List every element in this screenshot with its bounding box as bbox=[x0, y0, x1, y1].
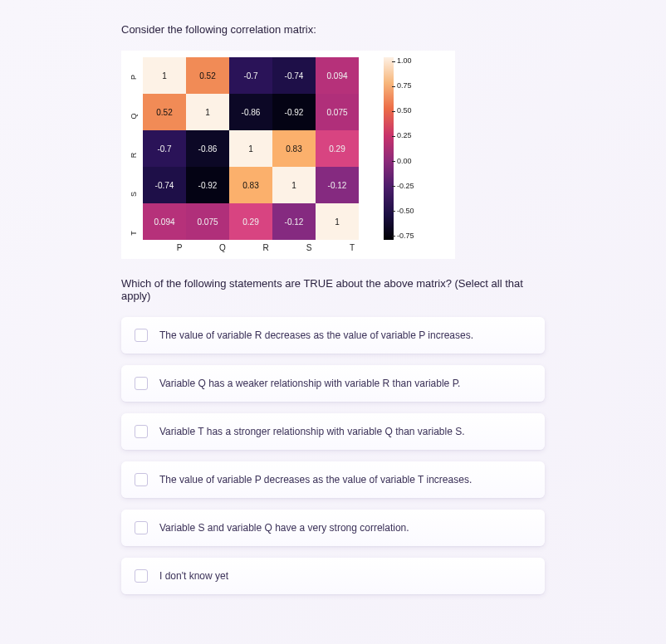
y-label: T bbox=[115, 227, 152, 239]
heatmap-cell: 0.83 bbox=[272, 130, 316, 167]
colorbar-tick: 0.00 bbox=[397, 158, 414, 165]
heatmap-cell: -0.92 bbox=[186, 167, 229, 203]
heatmap-cell: -0.7 bbox=[143, 130, 186, 167]
heatmap-cell: -0.86 bbox=[186, 130, 229, 167]
x-label: S bbox=[287, 243, 331, 252]
colorbar-tick: 0.75 bbox=[397, 82, 414, 90]
heatmap-cell: 1 bbox=[272, 167, 316, 203]
y-label: R bbox=[115, 149, 152, 161]
heatmap-cell: 0.29 bbox=[316, 130, 359, 167]
heatmap-y-labels: P Q R S T bbox=[128, 57, 140, 252]
checkbox-icon[interactable] bbox=[135, 377, 148, 390]
x-label: T bbox=[331, 243, 374, 252]
heatmap-grid: 10.52-0.7-0.740.0940.521-0.86-0.920.075-… bbox=[143, 57, 374, 240]
y-label: S bbox=[115, 188, 152, 200]
option-text: The value of variable R decreases as the… bbox=[159, 329, 473, 341]
colorbar-tick: -0.75 bbox=[397, 232, 414, 240]
checkbox-icon[interactable] bbox=[135, 473, 148, 486]
heatmap-cell: 0.83 bbox=[229, 167, 272, 203]
y-label: Q bbox=[115, 110, 152, 122]
option-text: Variable T has a stronger relationship w… bbox=[159, 426, 465, 437]
x-label: Q bbox=[201, 243, 244, 252]
heatmap-cell: -0.86 bbox=[229, 94, 272, 130]
checkbox-icon[interactable] bbox=[135, 329, 148, 342]
correlation-heatmap: P Q R S T 10.52-0.7-0.740.0940.521-0.86-… bbox=[121, 51, 455, 259]
colorbar-tick: -0.50 bbox=[397, 207, 414, 215]
colorbar-gradient bbox=[384, 57, 394, 240]
heatmap-cell: 0.075 bbox=[186, 203, 229, 240]
option-text: Variable S and variable Q have a very st… bbox=[159, 522, 409, 534]
answer-option[interactable]: Variable Q has a weaker relationship wit… bbox=[121, 365, 545, 402]
heatmap-cell: 0.52 bbox=[186, 57, 229, 94]
answer-option[interactable]: The value of variable P decreases as the… bbox=[121, 461, 545, 498]
checkbox-icon[interactable] bbox=[135, 569, 148, 583]
heatmap-cell: -0.74 bbox=[272, 57, 316, 94]
answer-option[interactable]: The value of variable R decreases as the… bbox=[121, 317, 545, 354]
heatmap-cell: 0.094 bbox=[316, 57, 359, 94]
colorbar-tick: 0.25 bbox=[397, 132, 414, 139]
option-text: I don't know yet bbox=[159, 570, 228, 582]
option-text: The value of variable P decreases as the… bbox=[159, 474, 472, 485]
heatmap-cell: 0.075 bbox=[316, 94, 359, 130]
colorbar-tick: 0.50 bbox=[397, 107, 414, 115]
heatmap-cell: 1 bbox=[316, 203, 359, 240]
colorbar: 1.00 0.75 0.50 0.25 0.00 -0.25 -0.50 -0.… bbox=[384, 57, 414, 240]
heatmap-cell: -0.92 bbox=[272, 94, 316, 130]
x-label: P bbox=[158, 243, 201, 252]
colorbar-ticks: 1.00 0.75 0.50 0.25 0.00 -0.25 -0.50 -0.… bbox=[397, 57, 414, 240]
heatmap-cell: 1 bbox=[186, 94, 229, 130]
option-text: Variable Q has a weaker relationship wit… bbox=[159, 378, 460, 389]
answer-option[interactable]: Variable S and variable Q have a very st… bbox=[121, 510, 545, 546]
heatmap-cell: -0.12 bbox=[272, 203, 316, 240]
heatmap-x-labels: P Q R S T bbox=[158, 243, 374, 252]
checkbox-icon[interactable] bbox=[135, 521, 148, 534]
y-label: P bbox=[115, 71, 152, 83]
checkbox-icon[interactable] bbox=[135, 425, 148, 438]
answer-option[interactable]: I don't know yet bbox=[121, 558, 545, 594]
x-label: R bbox=[244, 243, 287, 252]
colorbar-tick: 1.00 bbox=[397, 57, 414, 65]
heatmap-cell: -0.12 bbox=[316, 167, 359, 203]
colorbar-tick: -0.25 bbox=[397, 183, 414, 190]
question-intro: Consider the following correlation matri… bbox=[121, 23, 545, 36]
heatmap-cell: 0.29 bbox=[229, 203, 272, 240]
heatmap-cell: 1 bbox=[229, 130, 272, 167]
answer-option[interactable]: Variable T has a stronger relationship w… bbox=[121, 413, 545, 450]
heatmap-cell: -0.7 bbox=[229, 57, 272, 94]
question-follow: Which of the following statements are TR… bbox=[121, 277, 545, 302]
